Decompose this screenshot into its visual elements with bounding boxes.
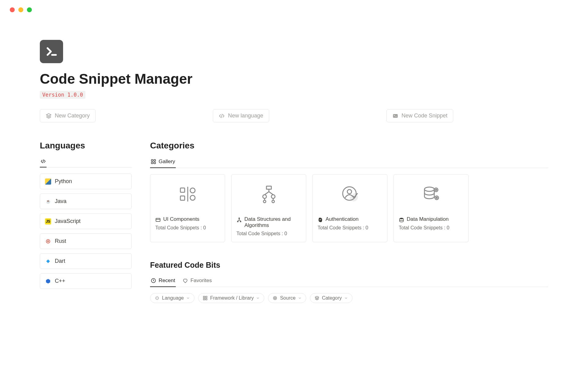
category-card-ui-components[interactable]: UI Components Total Code Snippets : 0 [150, 174, 225, 242]
svg-point-5 [47, 240, 49, 242]
featured-title: Featured Code Bits [150, 261, 548, 270]
terminal-icon [45, 45, 58, 58]
filter-label: Framework / Library [210, 295, 254, 301]
tab-gallery[interactable]: Gallery [150, 156, 176, 168]
svg-rect-17 [266, 186, 271, 189]
layers-icon [46, 113, 52, 119]
filter-row: Language Framework / Library Source Cate… [150, 293, 548, 303]
languages-list: Python ☕ Java JS JavaScript Rust [40, 174, 132, 289]
svg-point-24 [240, 221, 241, 222]
window-maximize-button[interactable] [27, 7, 32, 12]
languages-tab-code[interactable] [40, 156, 47, 167]
sparkle-icon [155, 296, 160, 301]
clock-icon [151, 278, 156, 283]
featured-tabs: Recent Favorites [150, 275, 548, 287]
tab-recent[interactable]: Recent [150, 275, 176, 287]
language-item-javascript[interactable]: JS JavaScript [40, 213, 132, 229]
tab-label: Recent [159, 278, 175, 284]
tab-favorites[interactable]: Favorites [182, 275, 213, 287]
category-card-authentication[interactable]: Authentication Total Code Snippets : 0 [312, 174, 387, 242]
heart-icon [183, 278, 188, 283]
category-card-dsa[interactable]: Data Structures and Algorithms Total Cod… [231, 174, 306, 242]
filter-category[interactable]: Category [310, 293, 352, 303]
language-item-python[interactable]: Python [40, 174, 132, 189]
chevron-down-icon [344, 296, 348, 300]
svg-rect-6 [151, 159, 153, 161]
database-icon [399, 217, 404, 223]
language-label: Python [55, 178, 72, 185]
language-item-java[interactable]: ☕ Java [40, 194, 132, 209]
language-label: Rust [55, 238, 66, 244]
svg-rect-11 [180, 196, 185, 200]
categories-tabs: Gallery [150, 156, 548, 168]
category-meta: Total Code Snippets : 0 [150, 223, 225, 236]
snippet-icon [392, 113, 398, 119]
svg-point-19 [271, 195, 275, 198]
window-minimize-button[interactable] [18, 7, 23, 12]
dsa-icon [259, 184, 279, 204]
category-thumb [313, 174, 387, 214]
category-meta: Total Code Snippets : 0 [313, 223, 387, 236]
chevron-down-icon [186, 296, 190, 300]
verified-icon [318, 217, 323, 223]
svg-rect-34 [203, 296, 205, 298]
language-item-dart[interactable]: Dart [40, 253, 132, 269]
tab-label: Gallery [159, 159, 175, 165]
svg-point-38 [273, 297, 277, 300]
filter-language[interactable]: Language [150, 293, 194, 303]
svg-rect-7 [154, 159, 156, 161]
target-icon [273, 296, 277, 301]
auth-icon [340, 184, 360, 204]
svg-rect-9 [154, 162, 156, 164]
category-thumb [394, 174, 468, 214]
new-category-button[interactable]: New Category [40, 109, 96, 122]
svg-rect-15 [156, 218, 160, 222]
svg-point-18 [263, 195, 266, 198]
filter-framework[interactable]: Framework / Library [198, 293, 264, 303]
data-manipulation-icon [421, 184, 441, 204]
filter-label: Category [322, 295, 342, 301]
flowchart-icon [236, 217, 242, 223]
language-label: Dart [55, 258, 65, 264]
action-row: New Category New language New Code Snipp… [40, 109, 453, 122]
svg-point-13 [190, 195, 195, 200]
new-snippet-label: New Code Snippet [401, 113, 447, 119]
window-icon [155, 217, 161, 223]
svg-point-4 [46, 240, 50, 243]
svg-line-3 [43, 159, 44, 163]
svg-rect-35 [206, 296, 207, 298]
svg-line-1 [221, 114, 222, 118]
svg-rect-10 [180, 188, 185, 192]
language-item-cpp[interactable]: C++ [40, 273, 132, 289]
python-icon [45, 178, 51, 185]
cpp-icon [45, 278, 51, 284]
app-icon [40, 40, 63, 63]
js-icon: JS [45, 218, 51, 224]
filter-label: Language [162, 295, 184, 301]
filter-source[interactable]: Source [268, 293, 306, 303]
window-close-button[interactable] [10, 7, 15, 12]
svg-rect-8 [151, 162, 153, 164]
categories-grid: UI Components Total Code Snippets : 0 [150, 174, 548, 242]
new-category-label: New Category [55, 113, 90, 119]
gallery-icon [151, 159, 156, 164]
svg-point-39 [274, 297, 276, 299]
category-card-data-manipulation[interactable]: Data Manipulation Total Code Snippets : … [394, 174, 469, 242]
category-name: Data Manipulation [407, 216, 449, 222]
category-thumb [232, 174, 306, 214]
chevron-down-icon [298, 296, 302, 300]
new-language-button[interactable]: New language [213, 109, 269, 122]
language-item-rust[interactable]: Rust [40, 233, 132, 249]
category-thumb [150, 174, 225, 214]
category-name: UI Components [163, 216, 199, 222]
svg-rect-36 [203, 298, 205, 300]
categories-title: Categories [150, 141, 548, 151]
svg-point-29 [435, 189, 437, 190]
svg-point-22 [239, 218, 240, 219]
chevron-down-icon [256, 296, 260, 300]
new-language-label: New language [228, 113, 263, 119]
new-snippet-button[interactable]: New Code Snippet [386, 109, 453, 122]
version-badge: Version 1.0.0 [40, 91, 85, 99]
svg-point-27 [424, 187, 434, 191]
code-icon [219, 113, 225, 119]
